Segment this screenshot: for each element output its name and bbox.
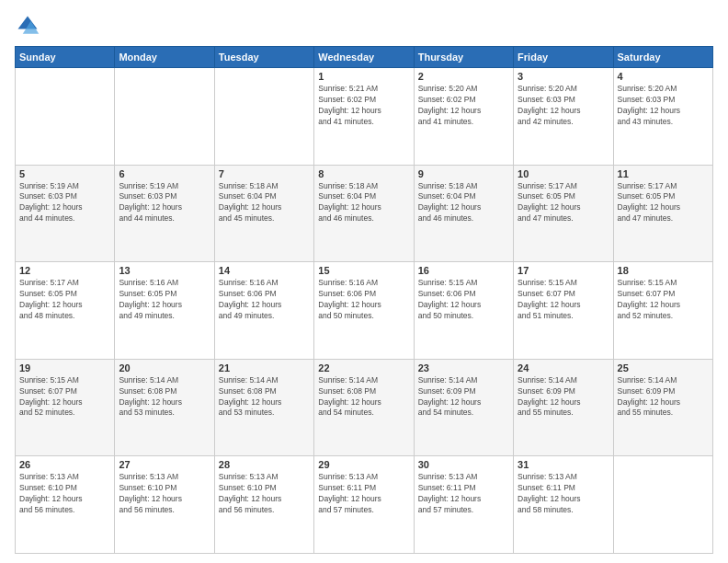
page: SundayMondayTuesdayWednesdayThursdayFrid… (0, 0, 728, 563)
calendar-cell: 5Sunrise: 5:19 AM Sunset: 6:03 PM Daylig… (16, 165, 115, 262)
day-number: 6 (119, 168, 210, 179)
weekday-header-monday: Monday (115, 47, 214, 68)
calendar-cell: 10Sunrise: 5:17 AM Sunset: 6:05 PM Dayli… (514, 165, 613, 262)
calendar-cell (16, 68, 115, 166)
day-info: Sunrise: 5:19 AM Sunset: 6:03 PM Dayligh… (119, 181, 210, 225)
calendar-cell: 11Sunrise: 5:17 AM Sunset: 6:05 PM Dayli… (613, 165, 712, 262)
day-info: Sunrise: 5:15 AM Sunset: 6:07 PM Dayligh… (19, 375, 110, 419)
day-info: Sunrise: 5:18 AM Sunset: 6:04 PM Dayligh… (219, 181, 310, 225)
calendar-cell: 1Sunrise: 5:21 AM Sunset: 6:02 PM Daylig… (314, 68, 414, 166)
day-number: 1 (318, 71, 409, 82)
day-number: 7 (219, 168, 310, 179)
day-info: Sunrise: 5:15 AM Sunset: 6:07 PM Dayligh… (518, 278, 609, 322)
day-info: Sunrise: 5:20 AM Sunset: 6:03 PM Dayligh… (518, 84, 609, 128)
day-info: Sunrise: 5:13 AM Sunset: 6:10 PM Dayligh… (219, 472, 310, 516)
day-info: Sunrise: 5:16 AM Sunset: 6:05 PM Dayligh… (119, 278, 210, 322)
day-number: 3 (518, 71, 609, 82)
day-info: Sunrise: 5:15 AM Sunset: 6:06 PM Dayligh… (418, 278, 509, 322)
calendar-cell: 19Sunrise: 5:15 AM Sunset: 6:07 PM Dayli… (16, 359, 115, 456)
calendar-cell: 6Sunrise: 5:19 AM Sunset: 6:03 PM Daylig… (115, 165, 214, 262)
day-info: Sunrise: 5:13 AM Sunset: 6:10 PM Dayligh… (19, 472, 110, 516)
day-info: Sunrise: 5:13 AM Sunset: 6:11 PM Dayligh… (418, 472, 509, 516)
day-info: Sunrise: 5:13 AM Sunset: 6:11 PM Dayligh… (518, 472, 609, 516)
calendar-cell: 9Sunrise: 5:18 AM Sunset: 6:04 PM Daylig… (414, 165, 513, 262)
day-number: 21 (219, 362, 310, 373)
day-info: Sunrise: 5:14 AM Sunset: 6:08 PM Dayligh… (318, 375, 409, 419)
calendar-cell: 29Sunrise: 5:13 AM Sunset: 6:11 PM Dayli… (314, 456, 414, 554)
day-number: 24 (518, 362, 609, 373)
day-info: Sunrise: 5:17 AM Sunset: 6:05 PM Dayligh… (518, 181, 609, 225)
calendar-cell: 3Sunrise: 5:20 AM Sunset: 6:03 PM Daylig… (514, 68, 613, 166)
calendar-cell: 18Sunrise: 5:15 AM Sunset: 6:07 PM Dayli… (613, 262, 712, 360)
day-number: 23 (418, 362, 509, 373)
day-info: Sunrise: 5:14 AM Sunset: 6:08 PM Dayligh… (119, 375, 210, 419)
weekday-header-sunday: Sunday (16, 47, 115, 68)
calendar-cell: 12Sunrise: 5:17 AM Sunset: 6:05 PM Dayli… (16, 262, 115, 360)
calendar-week-3: 12Sunrise: 5:17 AM Sunset: 6:05 PM Dayli… (16, 262, 713, 360)
calendar-cell: 8Sunrise: 5:18 AM Sunset: 6:04 PM Daylig… (314, 165, 414, 262)
day-number: 26 (19, 459, 110, 470)
weekday-header-thursday: Thursday (414, 47, 513, 68)
calendar-cell: 2Sunrise: 5:20 AM Sunset: 6:02 PM Daylig… (414, 68, 513, 166)
weekday-header-saturday: Saturday (613, 47, 712, 68)
day-number: 22 (318, 362, 409, 373)
logo (15, 13, 44, 39)
day-info: Sunrise: 5:16 AM Sunset: 6:06 PM Dayligh… (318, 278, 409, 322)
calendar-cell: 13Sunrise: 5:16 AM Sunset: 6:05 PM Dayli… (115, 262, 214, 360)
calendar-table: SundayMondayTuesdayWednesdayThursdayFrid… (15, 46, 713, 554)
calendar-cell: 27Sunrise: 5:13 AM Sunset: 6:10 PM Dayli… (115, 456, 214, 554)
day-number: 29 (318, 459, 409, 470)
day-number: 16 (418, 265, 509, 276)
day-number: 28 (219, 459, 310, 470)
day-number: 27 (119, 459, 210, 470)
day-info: Sunrise: 5:15 AM Sunset: 6:07 PM Dayligh… (618, 278, 709, 322)
calendar-cell: 30Sunrise: 5:13 AM Sunset: 6:11 PM Dayli… (414, 456, 513, 554)
day-number: 10 (518, 168, 609, 179)
calendar-cell: 22Sunrise: 5:14 AM Sunset: 6:08 PM Dayli… (314, 359, 414, 456)
day-info: Sunrise: 5:14 AM Sunset: 6:09 PM Dayligh… (418, 375, 509, 419)
day-info: Sunrise: 5:14 AM Sunset: 6:09 PM Dayligh… (518, 375, 609, 419)
calendar-cell: 28Sunrise: 5:13 AM Sunset: 6:10 PM Dayli… (214, 456, 313, 554)
calendar-cell (214, 68, 313, 166)
day-number: 8 (318, 168, 409, 179)
day-info: Sunrise: 5:17 AM Sunset: 6:05 PM Dayligh… (618, 181, 709, 225)
day-info: Sunrise: 5:13 AM Sunset: 6:11 PM Dayligh… (318, 472, 409, 516)
day-number: 19 (19, 362, 110, 373)
calendar-cell: 24Sunrise: 5:14 AM Sunset: 6:09 PM Dayli… (514, 359, 613, 456)
day-number: 18 (618, 265, 709, 276)
weekday-header-friday: Friday (514, 47, 613, 68)
day-info: Sunrise: 5:21 AM Sunset: 6:02 PM Dayligh… (318, 84, 409, 128)
calendar-cell: 15Sunrise: 5:16 AM Sunset: 6:06 PM Dayli… (314, 262, 414, 360)
calendar-cell: 31Sunrise: 5:13 AM Sunset: 6:11 PM Dayli… (514, 456, 613, 554)
calendar-cell: 26Sunrise: 5:13 AM Sunset: 6:10 PM Dayli… (16, 456, 115, 554)
calendar-cell: 20Sunrise: 5:14 AM Sunset: 6:08 PM Dayli… (115, 359, 214, 456)
logo-icon (15, 13, 40, 39)
calendar-cell: 21Sunrise: 5:14 AM Sunset: 6:08 PM Dayli… (214, 359, 313, 456)
calendar-cell: 17Sunrise: 5:15 AM Sunset: 6:07 PM Dayli… (514, 262, 613, 360)
day-number: 15 (318, 265, 409, 276)
day-number: 14 (219, 265, 310, 276)
day-number: 5 (19, 168, 110, 179)
day-info: Sunrise: 5:20 AM Sunset: 6:03 PM Dayligh… (618, 84, 709, 128)
day-number: 12 (19, 265, 110, 276)
day-number: 31 (518, 459, 609, 470)
calendar-week-1: 1Sunrise: 5:21 AM Sunset: 6:02 PM Daylig… (16, 68, 713, 166)
calendar-cell: 16Sunrise: 5:15 AM Sunset: 6:06 PM Dayli… (414, 262, 513, 360)
day-info: Sunrise: 5:18 AM Sunset: 6:04 PM Dayligh… (418, 181, 509, 225)
calendar-cell (613, 456, 712, 554)
day-info: Sunrise: 5:20 AM Sunset: 6:02 PM Dayligh… (418, 84, 509, 128)
day-number: 2 (418, 71, 509, 82)
calendar-cell: 14Sunrise: 5:16 AM Sunset: 6:06 PM Dayli… (214, 262, 313, 360)
header (15, 13, 713, 39)
day-info: Sunrise: 5:19 AM Sunset: 6:03 PM Dayligh… (19, 181, 110, 225)
day-number: 11 (618, 168, 709, 179)
day-number: 9 (418, 168, 509, 179)
day-number: 4 (618, 71, 709, 82)
weekday-header-wednesday: Wednesday (314, 47, 414, 68)
calendar-cell (115, 68, 214, 166)
calendar-cell: 23Sunrise: 5:14 AM Sunset: 6:09 PM Dayli… (414, 359, 513, 456)
calendar-week-4: 19Sunrise: 5:15 AM Sunset: 6:07 PM Dayli… (16, 359, 713, 456)
calendar-cell: 25Sunrise: 5:14 AM Sunset: 6:09 PM Dayli… (613, 359, 712, 456)
day-number: 17 (518, 265, 609, 276)
day-number: 25 (618, 362, 709, 373)
